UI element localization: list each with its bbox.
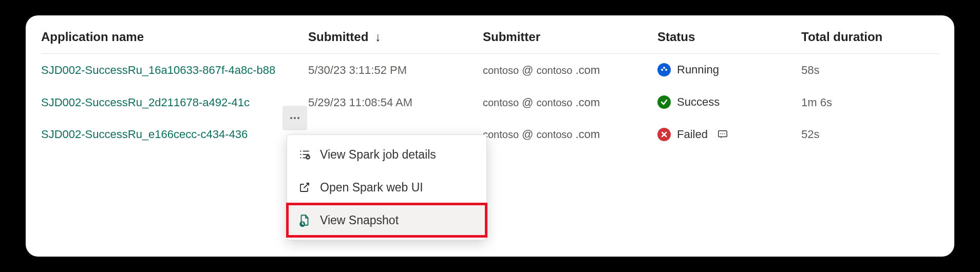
header-label: Status xyxy=(657,30,695,44)
snapshot-icon xyxy=(297,213,312,227)
open-external-icon xyxy=(297,180,312,195)
at-sign: @ xyxy=(522,64,533,77)
submitter-cell: contoso @ contoso .com xyxy=(483,64,657,77)
menu-item-view-spark-job-details[interactable]: View Spark job details xyxy=(287,138,486,171)
submitter-user: contoso xyxy=(483,129,519,141)
submitted-cell: 5/29/23 11:08:54 AM xyxy=(308,96,483,109)
table-row[interactable]: SJD002-SuccessRu_2d211678-a492-41c 5/29/… xyxy=(41,86,939,119)
svg-point-8 xyxy=(294,117,296,119)
menu-item-open-spark-web-ui[interactable]: Open Spark web UI xyxy=(287,171,486,204)
submitter-cell: contoso @ contoso .com xyxy=(483,96,657,109)
submitter-user: contoso xyxy=(483,65,519,76)
svg-point-2 xyxy=(665,69,667,71)
table-row[interactable]: SJD002-SuccessRu_e166cecc-c434-436 conto… xyxy=(41,119,939,150)
column-header-submitter[interactable]: Submitter xyxy=(483,30,657,44)
spark-jobs-card: Application name Submitted ↓ Submitter S… xyxy=(26,15,954,257)
svg-point-0 xyxy=(661,69,663,71)
header-label: Submitted xyxy=(308,30,368,44)
status-label: Running xyxy=(677,63,719,76)
menu-item-view-snapshot[interactable]: View Snapshot xyxy=(287,204,486,237)
column-header-total-duration[interactable]: Total duration xyxy=(801,30,935,44)
status-cell: Running xyxy=(657,63,801,77)
status-cell: Success xyxy=(657,95,801,109)
table-header-row: Application name Submitted ↓ Submitter S… xyxy=(41,25,939,54)
header-label: Application name xyxy=(41,30,144,44)
sort-descending-icon: ↓ xyxy=(375,30,381,44)
application-name-link[interactable]: SJD002-SuccessRu_2d211678-a492-41c xyxy=(41,96,308,109)
menu-item-label: View Spark job details xyxy=(320,148,436,162)
at-sign: @ xyxy=(522,128,533,141)
duration-cell: 1m 6s xyxy=(801,96,935,109)
submitter-tld: .com xyxy=(575,128,600,141)
column-header-submitted[interactable]: Submitted ↓ xyxy=(308,30,483,44)
svg-point-9 xyxy=(297,117,299,119)
application-name-link[interactable]: SJD002-SuccessRu_16a10633-867f-4a8c-b88 xyxy=(41,64,308,77)
running-status-icon xyxy=(657,63,671,76)
status-cell: Failed xyxy=(657,128,801,141)
table-row[interactable]: SJD002-SuccessRu_16a10633-867f-4a8c-b88 … xyxy=(41,54,939,86)
submitter-tld: .com xyxy=(575,96,600,109)
submitter-domain: contoso xyxy=(536,129,572,141)
menu-item-label: Open Spark web UI xyxy=(320,181,423,195)
duration-cell: 58s xyxy=(801,64,935,77)
submitted-cell: 5/30/23 3:11:52 PM xyxy=(308,64,483,77)
list-details-icon xyxy=(297,147,312,162)
svg-point-1 xyxy=(663,67,665,69)
submitter-cell: contoso @ contoso .com xyxy=(483,128,657,141)
svg-point-6 xyxy=(724,133,725,134)
status-label: Failed xyxy=(677,128,708,141)
failed-status-icon xyxy=(657,128,671,141)
svg-point-5 xyxy=(722,133,723,134)
message-icon[interactable] xyxy=(717,129,728,140)
row-more-options-button[interactable] xyxy=(282,106,307,130)
header-label: Submitter xyxy=(483,30,540,44)
menu-item-label: View Snapshot xyxy=(320,213,399,227)
table-body: SJD002-SuccessRu_16a10633-867f-4a8c-b88 … xyxy=(41,54,939,150)
submitter-user: contoso xyxy=(483,97,519,109)
ellipsis-icon xyxy=(289,112,301,124)
submitter-domain: contoso xyxy=(536,65,572,76)
svg-point-7 xyxy=(290,117,292,119)
success-status-icon xyxy=(657,95,671,109)
status-label: Success xyxy=(677,95,720,109)
svg-point-4 xyxy=(720,133,721,134)
application-name-link[interactable]: SJD002-SuccessRu_e166cecc-c434-436 xyxy=(41,128,308,141)
submitter-domain: contoso xyxy=(536,97,572,109)
header-label: Total duration xyxy=(801,30,882,44)
column-header-status[interactable]: Status xyxy=(657,30,801,44)
row-context-menu: View Spark job details Open Spark web UI xyxy=(287,134,487,240)
submitter-tld: .com xyxy=(575,64,600,77)
duration-cell: 52s xyxy=(801,128,935,141)
at-sign: @ xyxy=(522,96,533,109)
column-header-application-name[interactable]: Application name xyxy=(41,30,308,44)
